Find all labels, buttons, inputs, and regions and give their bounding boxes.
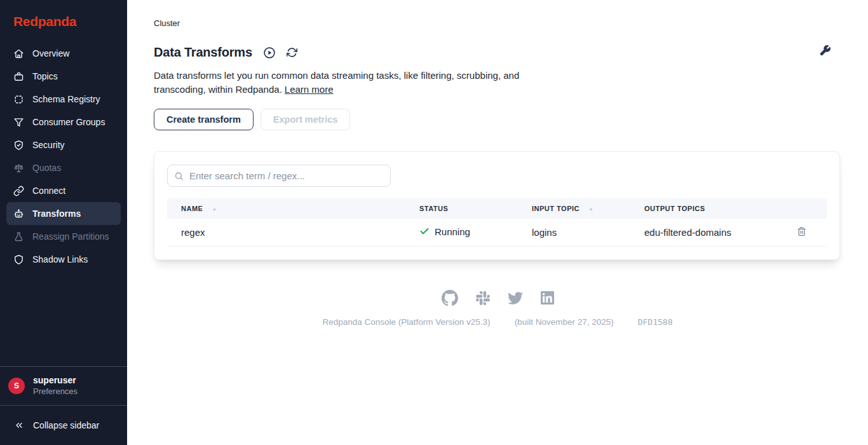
page-description: Data transforms let you run common data … [154, 69, 530, 96]
sidebar-item-label: Connect [32, 186, 65, 196]
sidebar-nav: Overview Topics Schema Registry Consumer… [0, 42, 127, 271]
build-date-text: (built November 27, 2025) [515, 317, 614, 327]
column-header-label: NAME [181, 205, 203, 212]
row-actions-cell [783, 219, 827, 246]
transforms-card: NAME▲ STATUS INPUT TOPIC▲ OUTPUT TOPICS … [154, 151, 840, 260]
transforms-table: NAME▲ STATUS INPUT TOPIC▲ OUTPUT TOPICS … [167, 198, 827, 247]
learn-more-link[interactable]: Learn more [285, 84, 334, 95]
collapse-sidebar-button[interactable]: Collapse sidebar [0, 405, 127, 445]
sidebar-item-label: Transforms [32, 209, 81, 219]
robot-icon [13, 209, 24, 219]
footer-meta: Redpanda Console (Platform Version v25.3… [127, 317, 868, 327]
column-header-status: STATUS [405, 198, 518, 219]
column-header-name[interactable]: NAME▲ [167, 198, 405, 219]
sidebar-item-schema-registry[interactable]: Schema Registry [6, 88, 121, 111]
avatar: S [8, 378, 25, 394]
description-text: Data transforms let you run common data … [154, 70, 519, 95]
create-transform-button[interactable]: Create transform [154, 109, 254, 130]
filter-icon [13, 117, 24, 128]
collapse-sidebar-label: Collapse sidebar [33, 420, 99, 430]
sidebar-item-consumer-groups[interactable]: Consumer Groups [6, 111, 121, 134]
refresh-button[interactable] [287, 47, 297, 58]
sidebar-item-shadow-links[interactable]: Shadow Links [6, 248, 121, 271]
input-topic-cell: logins [518, 219, 630, 246]
title-row: Data Transforms [154, 45, 868, 60]
chevrons-left-icon [14, 420, 24, 430]
slack-icon[interactable] [476, 291, 490, 305]
sort-asc-icon: ▲ [212, 206, 217, 212]
transform-status-cell: Running [405, 219, 518, 246]
column-header-output-topics: OUTPUT TOPICS [630, 198, 783, 219]
main-content: Cluster Data Transforms Data transforms … [127, 0, 868, 445]
column-header-label: OUTPUT TOPICS [644, 205, 705, 212]
shield-check-icon [13, 140, 24, 151]
sidebar-item-quotas: Quotas [6, 156, 121, 179]
shield-icon [13, 254, 24, 265]
sidebar-item-label: Overview [32, 48, 69, 58]
social-links [127, 290, 868, 306]
check-icon [419, 226, 430, 236]
sidebar-item-transforms[interactable]: Transforms [6, 202, 121, 225]
build-hash: DFD1588 [638, 317, 673, 327]
search-input[interactable] [167, 165, 391, 187]
sidebar-item-label: Schema Registry [32, 94, 100, 104]
action-buttons: Create transform Export metrics [154, 109, 868, 130]
github-icon[interactable] [442, 290, 458, 306]
play-button[interactable] [263, 46, 276, 59]
sidebar-item-topics[interactable]: Topics [6, 65, 121, 88]
sidebar-item-reassign-partitions: Reassign Partitions [6, 225, 121, 248]
sidebar-item-label: Quotas [32, 163, 61, 173]
footer: Redpanda Console (Platform Version v25.3… [127, 290, 868, 327]
sidebar-item-label: Security [32, 140, 65, 150]
preferences-link[interactable]: Preferences [33, 387, 78, 396]
delete-transform-button[interactable] [797, 226, 806, 236]
home-icon [13, 48, 24, 59]
sort-asc-icon: ▲ [588, 206, 593, 212]
table-header-row: NAME▲ STATUS INPUT TOPIC▲ OUTPUT TOPICS [167, 198, 827, 219]
topics-box-icon [13, 71, 24, 82]
link-icon [13, 186, 24, 196]
breadcrumb[interactable]: Cluster [154, 0, 180, 28]
search-icon [174, 171, 184, 181]
sidebar: Redpanda Overview Topics Schema Registry… [0, 0, 127, 445]
wrench-icon[interactable] [819, 44, 831, 59]
scales-icon [13, 163, 24, 174]
redpanda-logo[interactable]: Redpanda [13, 14, 127, 29]
column-header-label: INPUT TOPIC [532, 205, 580, 212]
user-section[interactable]: S superuser Preferences [0, 366, 127, 405]
sidebar-item-overview[interactable]: Overview [6, 42, 121, 65]
table-row[interactable]: regex Running logins edu-filtered-domain… [167, 219, 827, 246]
linkedin-icon[interactable] [541, 291, 554, 305]
search-box [167, 165, 391, 187]
twitter-icon[interactable] [508, 291, 523, 306]
transform-name-cell[interactable]: regex [167, 219, 405, 246]
column-header-label: STATUS [419, 205, 448, 212]
column-header-actions [783, 198, 827, 219]
sidebar-item-label: Reassign Partitions [32, 231, 109, 242]
sidebar-item-connect[interactable]: Connect [6, 179, 121, 202]
sidebar-item-security[interactable]: Security [6, 134, 121, 156]
output-topics-cell: edu-filtered-domains [630, 219, 783, 246]
version-text: Redpanda Console (Platform Version v25.3… [322, 317, 490, 327]
trash-icon [797, 226, 806, 236]
sidebar-item-label: Shadow Links [32, 254, 88, 264]
page-title: Data Transforms [154, 45, 252, 60]
sidebar-item-label: Topics [32, 71, 58, 81]
column-header-input-topic[interactable]: INPUT TOPIC▲ [518, 198, 630, 219]
sidebar-item-label: Consumer Groups [32, 117, 105, 127]
status-label: Running [435, 226, 470, 237]
export-metrics-button[interactable]: Export metrics [261, 109, 351, 130]
flask-icon [13, 231, 24, 242]
username: superuser [33, 375, 78, 385]
schema-registry-icon [13, 94, 24, 105]
